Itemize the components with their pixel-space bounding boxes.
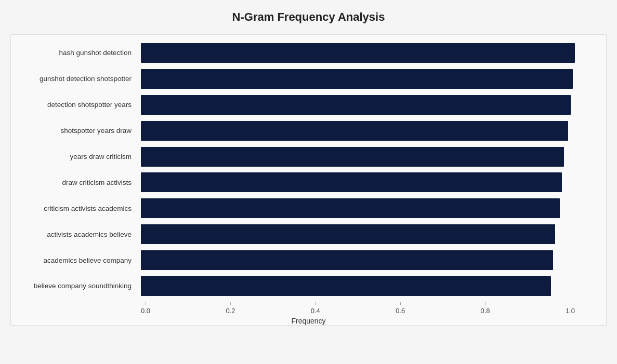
bar-label: shotspotter years draw [11, 127, 136, 134]
bar-label: believe company soundthinking [11, 282, 136, 290]
bars-wrapper: hash gunshot detectiongunshot detection … [141, 40, 575, 299]
bar-track [141, 147, 575, 167]
bar-row: gunshot detection shotspotter [141, 68, 575, 90]
bar-fill [141, 121, 568, 141]
bar-row: believe company soundthinking [141, 275, 575, 298]
bar-row: draw criticism activists [141, 171, 575, 194]
bar-label: draw criticism activists [11, 179, 136, 186]
x-axis: 0.00.20.40.60.81.0 [141, 302, 575, 315]
bar-fill [141, 43, 575, 63]
x-tick: 0.2 [226, 302, 235, 315]
bar-label: hash gunshot detection [11, 49, 136, 57]
bar-label: criticism activists academics [11, 205, 136, 212]
bar-row: academics believe company [141, 249, 575, 272]
bar-row: activists academics believe [141, 223, 575, 246]
bar-track [141, 172, 575, 192]
bar-row: criticism activists academics [141, 197, 575, 220]
x-tick-label: 1.0 [566, 307, 575, 315]
bar-label: detection shotspotter years [11, 101, 136, 109]
bar-row: detection shotspotter years [141, 93, 575, 116]
x-tick: 1.0 [566, 302, 575, 315]
bar-track [141, 43, 575, 63]
bar-fill [141, 250, 553, 270]
bar-track [141, 69, 575, 89]
x-tick-label: 0.2 [226, 307, 235, 315]
bar-row: shotspotter years draw [141, 119, 575, 142]
bar-fill [141, 198, 560, 218]
bar-track [141, 250, 575, 270]
x-tick-label: 0.8 [481, 307, 490, 315]
x-tick: 0.6 [396, 302, 405, 315]
x-tick-label: 0.4 [311, 307, 320, 315]
bar-label: academics believe company [11, 257, 136, 264]
bar-row: years draw criticism [141, 145, 575, 168]
bar-fill [141, 276, 551, 296]
x-tick-label: 0.0 [141, 307, 150, 315]
chart-title: N-Gram Frequency Analysis [10, 10, 607, 24]
bar-track [141, 198, 575, 218]
bar-label: gunshot detection shotspotter [11, 75, 136, 83]
bar-track [141, 276, 575, 296]
x-tick-label: 0.6 [396, 307, 405, 315]
bar-row: hash gunshot detection [141, 42, 575, 64]
x-tick: 0.4 [311, 302, 320, 315]
x-tick: 0.0 [141, 302, 150, 315]
chart-container: N-Gram Frequency Analysis hash gunshot d… [0, 0, 617, 364]
bar-label: activists academics believe [11, 231, 136, 238]
chart-area: hash gunshot detectiongunshot detection … [10, 34, 607, 326]
bar-fill [141, 172, 562, 192]
bar-track [141, 224, 575, 244]
bar-fill [141, 95, 571, 115]
bar-fill [141, 224, 555, 244]
bar-label: years draw criticism [11, 153, 136, 160]
bar-track [141, 121, 575, 141]
bar-fill [141, 69, 573, 89]
bar-track [141, 95, 575, 115]
bar-fill [141, 147, 564, 167]
x-axis-label: Frequency [291, 317, 325, 325]
x-tick: 0.8 [481, 302, 490, 315]
